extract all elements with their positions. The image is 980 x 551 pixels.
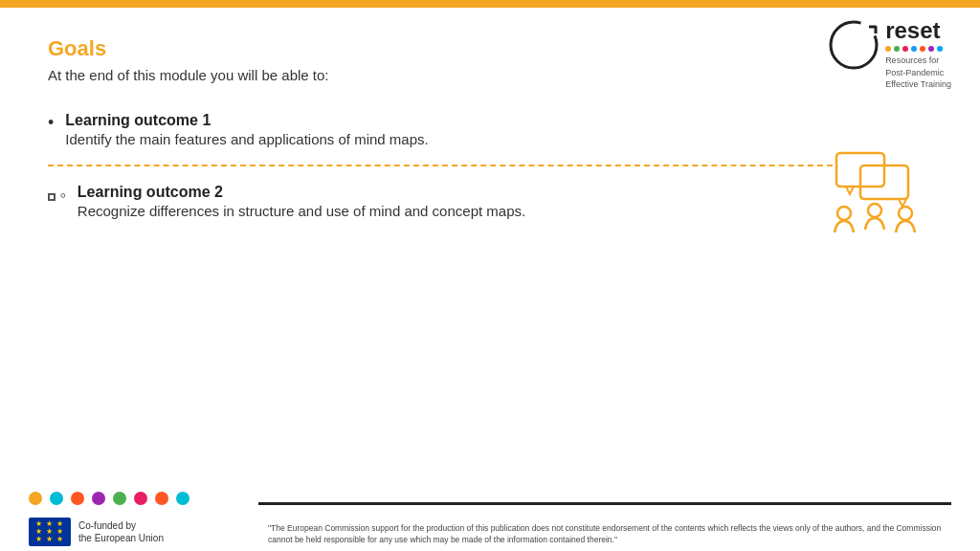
footer-dot-5 [113,492,126,505]
svg-point-6 [868,204,881,217]
bullet-1: • [48,113,54,133]
logo-dots [885,46,951,52]
illustration [827,148,942,243]
outcome-desc-2: Recognize differences in structure and u… [78,203,525,219]
footer-disclaimer: "The European Commission support for the… [268,522,961,547]
logo-dot-3 [902,46,908,52]
footer-dot-7 [155,492,168,505]
outcome-item-2: ◦ Learning outcome 2 Recognize differenc… [48,184,932,219]
goals-title: Goals [48,36,932,61]
footer: ★ ★ ★★ ★ ★★ ★ ★ Co-funded by the Europea… [0,482,980,551]
logo-sub: Resources for Post-Pandemic Effective Tr… [885,55,951,91]
outcome-text-2: Learning outcome 2 Recognize differences… [78,184,525,219]
top-bar [0,0,980,8]
footer-dot-8 [176,492,189,505]
logo-circle-svg [826,17,881,73]
footer-eu: ★ ★ ★★ ★ ★★ ★ ★ Co-funded by the Europea… [29,518,164,546]
eu-stars: ★ ★ ★★ ★ ★★ ★ ★ [35,520,64,543]
eu-label: Co-funded by the European Union [78,519,164,544]
svg-point-5 [837,207,851,220]
logo-reset-text: reset [885,17,951,44]
logo-dot-6 [928,46,934,52]
dashed-divider [48,165,833,166]
illustration-svg [827,148,942,239]
footer-line [258,502,951,505]
footer-dots [29,492,189,505]
outcome-desc-1: Identify the main features and applicati… [65,131,428,147]
footer-dot-1 [29,492,42,505]
logo-area: reset Resources for Post-Pandemic Effect… [826,17,951,91]
svg-point-7 [899,207,912,220]
outcome-title-2: Learning outcome 2 [78,184,525,201]
logo-dot-2 [894,46,900,52]
eu-flag: ★ ★ ★★ ★ ★★ ★ ★ [29,518,71,546]
logo-dot-4 [911,46,917,52]
footer-dot-4 [92,492,105,505]
outcome-item-1: • Learning outcome 1 Identify the main f… [48,112,932,147]
footer-dot-3 [71,492,84,505]
logo-dot-1 [885,46,891,52]
outcome-text-1: Learning outcome 1 Identify the main fea… [65,112,428,147]
outcomes-section: • Learning outcome 1 Identify the main f… [48,112,932,219]
logo-dot-5 [920,46,925,52]
footer-dot-2 [50,492,63,505]
footer-dot-6 [134,492,147,505]
svg-point-0 [831,22,877,68]
logo-text-area: reset Resources for Post-Pandemic Effect… [885,17,951,91]
outcome-title-1: Learning outcome 1 [65,112,428,129]
logo-dot-7 [937,46,943,52]
logo-circle-container [826,17,881,77]
subtitle: At the end of this module you will be ab… [48,67,932,83]
bullet-2: ◦ [48,187,66,205]
